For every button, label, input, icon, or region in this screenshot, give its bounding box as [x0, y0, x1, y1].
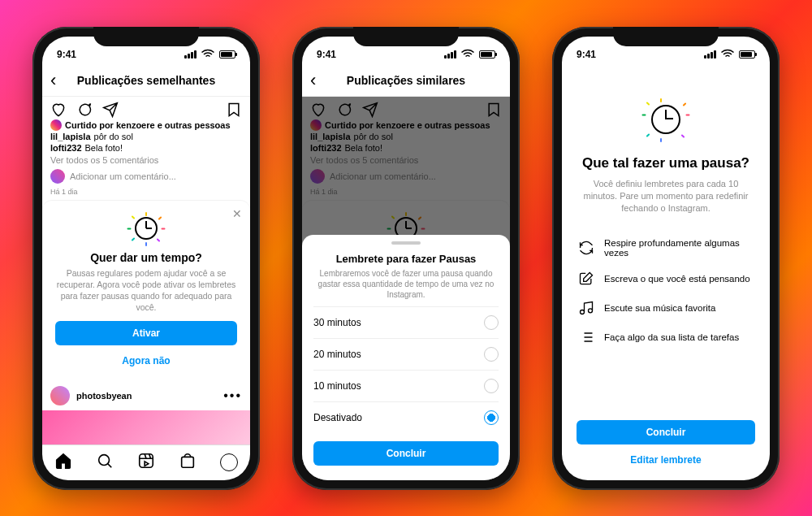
page-title: Publicações similares [347, 74, 465, 87]
tip-write: Escreva o que você está pensando [577, 264, 755, 293]
post-actions [42, 97, 250, 119]
screen-1: 9:41 ‹ Publicações semelhantes [42, 37, 250, 480]
view-all-comments[interactable]: Ver todos os 5 comentários [42, 154, 250, 167]
music-icon [578, 300, 594, 316]
liker-avatar [50, 119, 62, 131]
radio-icon [484, 347, 499, 362]
phone-mockup-3: 9:41 Que tal fazer uma pausa? Você defin… [552, 27, 780, 490]
break-subtitle: Você definiu lembretes para cada 10 minu… [577, 178, 755, 215]
card-title: Quer dar um tempo? [55, 251, 237, 264]
radio-icon [484, 315, 499, 330]
tip-music: Escute sua música favorita [577, 293, 755, 323]
svg-point-0 [98, 455, 109, 466]
nav-home[interactable] [54, 452, 72, 473]
refresh-icon [578, 240, 594, 256]
sheet-subtitle: Lembraremos você de fazer uma pausa quan… [313, 268, 499, 300]
nav-reels[interactable] [137, 452, 155, 473]
sheet-title: Lembrete para fazer Pausas [313, 253, 499, 265]
content-area: Curtido por kenzoere e outras pessoas li… [302, 97, 510, 480]
comment-row: lil_lapislapôr do sol [42, 131, 250, 142]
clock-icon [645, 98, 687, 141]
post-timestamp: Há 1 dia [42, 186, 250, 201]
clock-icon [130, 212, 162, 245]
notch [613, 27, 719, 46]
status-icons [704, 46, 755, 63]
activate-button[interactable]: Ativar [55, 321, 237, 345]
nav-profile[interactable] [220, 453, 238, 471]
status-time: 9:41 [577, 49, 596, 60]
option-20min[interactable]: 20 minutos [313, 338, 499, 370]
next-post-header: photosbyean ••• [42, 379, 250, 410]
battery-icon [219, 50, 235, 59]
my-avatar [50, 169, 65, 184]
edit-reminder-button[interactable]: Editar lembrete [577, 449, 755, 470]
back-button[interactable]: ‹ [50, 72, 56, 89]
option-30min[interactable]: 30 minutos [313, 306, 499, 338]
status-time: 9:41 [57, 49, 76, 60]
reminder-bottom-sheet: Lembrete para fazer Pausas Lembraremos v… [302, 235, 510, 480]
author-name[interactable]: photosbyean [76, 391, 132, 401]
option-10min[interactable]: 10 minutos [313, 370, 499, 401]
more-icon[interactable]: ••• [223, 388, 242, 403]
comment-row: lofti232Bela foto! [42, 142, 250, 154]
likes-row[interactable]: Curtido por kenzoere e outras pessoas [42, 119, 250, 131]
battery-icon [739, 50, 755, 59]
wifi-icon [200, 46, 216, 63]
nav-search[interactable] [96, 452, 114, 473]
tip-breathe: Respire profundamente algumas vezes [577, 232, 755, 264]
nav-shop[interactable] [179, 452, 197, 473]
add-comment[interactable]: Adicionar um comentário... [42, 167, 250, 186]
radio-icon-checked [484, 410, 499, 425]
page-header: ‹ Publicações semelhantes [42, 66, 250, 97]
take-break-card: ✕ Quer dar um tempo? Pausas regulares po… [42, 201, 250, 380]
comment-icon[interactable] [76, 102, 93, 118]
screen-3: 9:41 Que tal fazer uma pausa? Você defin… [562, 37, 770, 480]
battery-icon [479, 50, 495, 59]
add-comment-placeholder: Adicionar um comentário... [70, 171, 176, 181]
not-now-button[interactable]: Agora não [55, 350, 237, 371]
wifi-icon [719, 46, 736, 63]
phone-mockup-2: 9:41 ‹ Publicações similares [292, 27, 520, 490]
option-disabled[interactable]: Desativado [313, 401, 499, 433]
page-header: ‹ Publicações similares [302, 66, 510, 97]
status-time: 9:41 [317, 49, 336, 60]
close-icon[interactable]: ✕ [232, 207, 242, 220]
edit-icon [578, 271, 594, 287]
break-title: Que tal fazer uma pausa? [577, 155, 755, 171]
signal-icon [704, 50, 716, 59]
bottom-nav [42, 444, 250, 480]
post-image[interactable] [42, 410, 250, 444]
list-icon [578, 329, 594, 345]
screen-2: 9:41 ‹ Publicações similares [302, 37, 510, 480]
notch [93, 27, 199, 46]
card-subtitle: Pausas regulares podem ajudar você a se … [55, 267, 237, 314]
notch [353, 27, 459, 46]
sheet-handle[interactable] [391, 241, 421, 245]
break-reminder-screen: Que tal fazer uma pausa? Você definiu le… [562, 66, 770, 480]
author-avatar[interactable] [50, 386, 70, 405]
done-button[interactable]: Concluir [313, 441, 499, 466]
tip-task: Faça algo da sua lista de tarefas [577, 323, 755, 352]
heart-icon[interactable] [50, 102, 67, 118]
status-icons [184, 46, 235, 63]
done-button[interactable]: Concluir [577, 420, 755, 444]
svg-rect-2 [182, 457, 194, 467]
back-button[interactable]: ‹ [310, 72, 316, 89]
share-icon[interactable] [102, 102, 119, 118]
wifi-icon [460, 46, 476, 63]
content-area: Curtido por kenzoere e outras pessoas li… [42, 97, 250, 444]
bookmark-icon[interactable] [226, 102, 242, 118]
phone-mockup-1: 9:41 ‹ Publicações semelhantes [32, 27, 260, 490]
radio-icon [484, 379, 499, 393]
signal-icon [184, 50, 197, 59]
status-icons [444, 46, 495, 63]
page-title: Publicações semelhantes [77, 74, 215, 87]
signal-icon [444, 50, 456, 59]
